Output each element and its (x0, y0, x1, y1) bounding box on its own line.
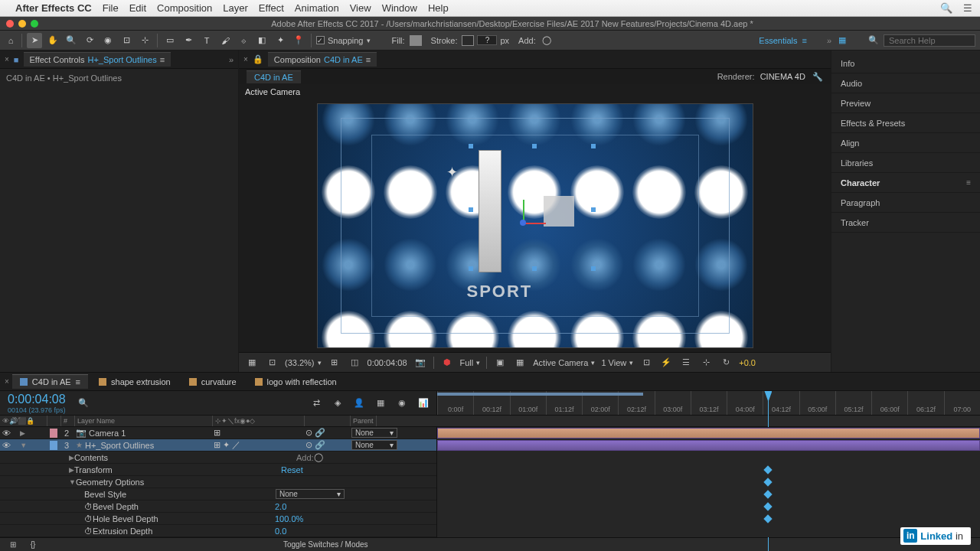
timeline-tab-shape[interactable]: shape extrusion (91, 375, 178, 389)
tracker-panel-tab[interactable]: Tracker (831, 213, 980, 233)
audio-panel-tab[interactable]: Audio (831, 73, 980, 93)
orbit-tool[interactable]: ⟳ (82, 33, 97, 48)
puppet-tool[interactable]: 📍 (291, 33, 306, 48)
layer-row-camera[interactable]: 👁 ▶ 2 📷 Camera 1 ⊞ ⊙ 🔗 None▾ (0, 427, 436, 439)
transparency-icon[interactable]: ▦ (513, 356, 527, 370)
toggle-switches-modes[interactable]: Toggle Switches / Modes (283, 540, 368, 549)
stopwatch-icon[interactable]: ⏱ (84, 527, 93, 536)
bevel-depth-value[interactable]: 2.0 (275, 502, 286, 511)
comp-close-icon[interactable]: × (243, 55, 248, 64)
type-tool[interactable]: T (199, 33, 214, 48)
workspace-selector[interactable]: Essentials (759, 36, 797, 45)
timeline-search-icon[interactable]: 🔍 (78, 398, 89, 408)
brush-tool[interactable]: 🖌 (217, 33, 233, 48)
prop-extrusion-depth[interactable]: ⏱ Extrusion Depth 0.0 (0, 525, 436, 537)
exposure-value[interactable]: +0.0 (739, 358, 756, 367)
timeline-tracks[interactable] (436, 427, 980, 537)
anchor-point-icon[interactable]: ✦ (446, 164, 458, 181)
reset-exposure-icon[interactable]: ↻ (719, 356, 733, 370)
frame-blend-icon[interactable]: ▦ (374, 396, 387, 410)
keyframe-icon[interactable] (764, 490, 773, 498)
renderer-settings-icon[interactable]: 🔧 (812, 72, 823, 81)
region-icon[interactable]: ▣ (493, 356, 507, 370)
selection-tool[interactable]: ➤ (27, 33, 42, 48)
grid-icon[interactable]: ⊞ (328, 356, 341, 370)
window-minimize-button[interactable] (18, 20, 26, 28)
comp-inner-tab[interactable]: C4D in AE (247, 70, 301, 83)
snapshot-icon[interactable]: 📷 (413, 356, 427, 370)
menu-list-icon[interactable]: ☰ (963, 2, 972, 14)
pixel-aspect-icon[interactable]: ⊡ (639, 356, 653, 370)
align-panel-tab[interactable]: Align (831, 133, 980, 153)
zoom-tool[interactable]: 🔍 (64, 33, 79, 48)
layer-row-sport-outlines[interactable]: 👁 ▼ 3 ★ H+_Sport Outlines ⊞ ✦ ／ ⊙ 🔗 None… (0, 439, 436, 452)
app-name[interactable]: After Effects CC (15, 2, 92, 14)
character-panel-tab[interactable]: Character≡ (831, 173, 980, 193)
panel-close-icon[interactable]: × (5, 55, 9, 64)
rotate-tool[interactable]: ◉ (100, 33, 116, 48)
panel-menu-icon[interactable]: ≡ (160, 55, 165, 64)
motion-blur-icon[interactable]: ◉ (395, 396, 409, 410)
prop-hole-bevel-depth[interactable]: ⏱ Hole Bevel Depth 100.0% (0, 513, 436, 525)
panel-icon[interactable]: ▦ (836, 34, 848, 47)
camera-tool[interactable]: ⊡ (119, 33, 134, 48)
timecode-display[interactable]: 0:00:04:08 (368, 358, 407, 367)
layer-bar-camera[interactable] (437, 428, 980, 439)
composition-tab[interactable]: Composition C4D in AE ≡ (268, 52, 377, 67)
spotlight-icon[interactable]: 🔍 (940, 2, 952, 14)
timeline-timecode[interactable]: 0:00:04:08 (8, 393, 66, 406)
paragraph-panel-tab[interactable]: Paragraph (831, 193, 980, 213)
snapping-toggle[interactable]: Snapping▾ (316, 36, 371, 45)
render-icon[interactable]: ⊡ (265, 356, 279, 370)
menu-view[interactable]: View (350, 2, 371, 14)
transform-reset-link[interactable]: Reset (281, 465, 303, 474)
graph-editor-icon[interactable]: 📊 (416, 396, 430, 410)
prop-geometry-options[interactable]: ▼ Geometry Options (0, 476, 436, 488)
hole-bevel-value[interactable]: 100.0% (275, 514, 303, 523)
selection-bounding-box[interactable] (471, 146, 593, 269)
expand-icon[interactable]: ⊞ (6, 538, 20, 552)
stroke-color-swatch[interactable] (462, 35, 474, 46)
tab-menu-icon[interactable]: ≡ (76, 377, 80, 386)
timeline-tab-c4d[interactable]: C4D in AE≡ (12, 374, 88, 389)
hand-tool[interactable]: ✋ (45, 33, 60, 48)
stopwatch-icon[interactable]: ⏱ (84, 514, 93, 523)
stroke-width-input[interactable] (477, 35, 497, 45)
extrusion-depth-value[interactable]: 0.0 (275, 527, 286, 536)
renderer-dropdown[interactable]: CINEMA 4D (760, 72, 805, 81)
keyframe-icon[interactable] (764, 465, 773, 474)
timeline-close-icon[interactable]: × (5, 377, 9, 386)
timeline-ruler[interactable]: 0:00f 00:12f 01:00f 01:12f 02:00f 02:12f… (436, 391, 980, 415)
prop-transform[interactable]: ▶ Transform Reset (0, 464, 436, 476)
bevel-style-dropdown[interactable]: None▾ (276, 489, 345, 499)
flowchart-icon[interactable]: ⊹ (699, 356, 713, 370)
timeline-icon[interactable]: ☰ (679, 356, 693, 370)
character-panel-menu-icon[interactable]: ≡ (966, 178, 971, 187)
menu-file[interactable]: File (103, 2, 119, 14)
libraries-panel-tab[interactable]: Libraries (831, 153, 980, 173)
pen-tool[interactable]: ✒ (181, 33, 196, 48)
rectangle-tool[interactable]: ▭ (162, 33, 178, 48)
channel-icon[interactable]: ⬢ (440, 356, 454, 370)
roto-tool[interactable]: ✦ (273, 33, 288, 48)
stopwatch-icon[interactable]: ⏱ (84, 502, 93, 511)
views-dropdown[interactable]: 1 View▾ (601, 358, 633, 367)
comp-mini-flowchart-icon[interactable]: ⇄ (309, 396, 323, 410)
anchor-tool[interactable]: ⊹ (137, 33, 152, 48)
lock-icon[interactable]: 🔒 (253, 54, 263, 64)
window-maximize-button[interactable] (31, 20, 38, 28)
menu-help[interactable]: Help (428, 2, 449, 14)
prop-bevel-depth[interactable]: ⏱ Bevel Depth 2.0 (0, 500, 436, 513)
resolution-dropdown[interactable]: Full▾ (460, 358, 481, 367)
clone-tool[interactable]: ⟐ (236, 33, 251, 48)
shy-icon[interactable]: 👤 (352, 396, 366, 410)
add-shape-button[interactable]: ◯ (539, 33, 554, 48)
brackets-icon[interactable]: {} (26, 538, 40, 552)
parent-dropdown[interactable]: None▾ (351, 440, 397, 450)
menu-effect[interactable]: Effect (259, 2, 284, 14)
keyframe-icon[interactable] (764, 514, 773, 523)
home-icon[interactable]: ⌂ (5, 34, 17, 47)
draft3d-icon[interactable]: ◈ (331, 396, 345, 410)
search-help-input[interactable] (884, 34, 975, 47)
workspace-menu-icon[interactable]: ≡ (802, 36, 806, 45)
